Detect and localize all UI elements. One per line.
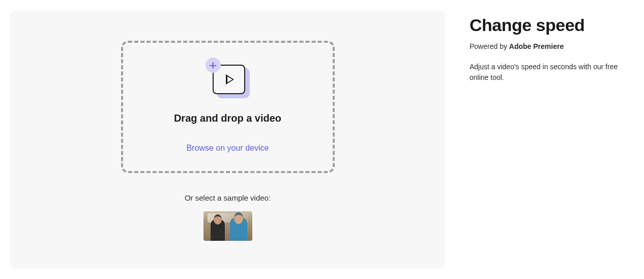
powered-by-text: Powered by Adobe Premiere [470, 42, 629, 50]
sample-video-label: Or select a sample video: [185, 193, 271, 202]
browse-device-link[interactable]: Browse on your device [187, 144, 269, 153]
sample-video-thumbnail[interactable] [203, 211, 252, 241]
brand-name: Adobe Premiere [509, 42, 564, 50]
upload-panel: + Drag and drop a video Browse on your d… [10, 10, 445, 269]
upload-video-icon: + [208, 62, 248, 98]
drop-zone[interactable]: + Drag and drop a video Browse on your d… [121, 41, 335, 173]
tool-description: Adjust a video's speed in seconds with o… [470, 62, 629, 83]
info-panel: Change speed Powered by Adobe Premiere A… [445, 10, 644, 269]
plus-icon: + [206, 58, 221, 73]
page-title: Change speed [470, 15, 629, 35]
drop-zone-title: Drag and drop a video [174, 113, 281, 124]
sample-video-section: Or select a sample video: [185, 193, 271, 241]
